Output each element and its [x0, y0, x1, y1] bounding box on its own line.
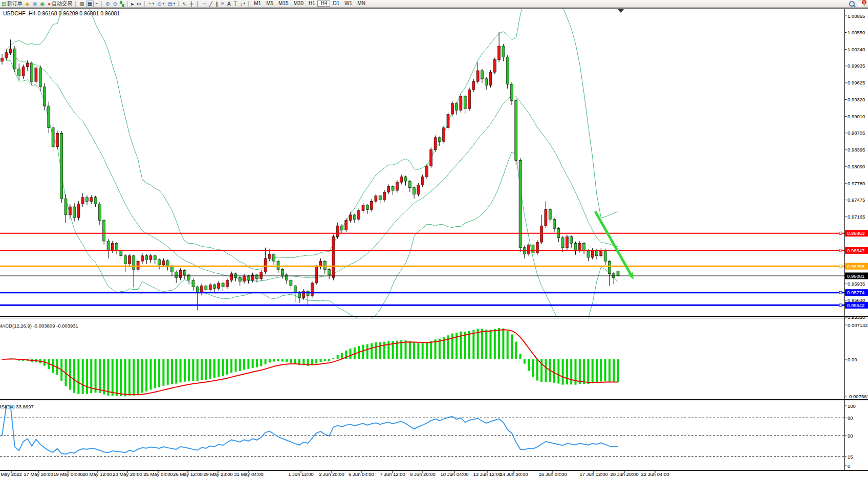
- candle: [81, 198, 84, 204]
- candle: [13, 49, 16, 69]
- zoom-in-icon[interactable]: ⊕: [104, 1, 111, 7]
- candle: [44, 87, 46, 106]
- new-order-button[interactable]: ⊞新订单: [0, 1, 24, 7]
- line-handle[interactable]: [839, 232, 842, 234]
- candle: [218, 283, 220, 289]
- timeframe-w1[interactable]: W1: [341, 1, 354, 7]
- toolbar-item-label: M1: [254, 1, 261, 7]
- timeframe-h4[interactable]: H4: [317, 1, 330, 7]
- candle: [379, 196, 381, 200]
- timeframe-m15[interactable]: M15: [275, 1, 290, 7]
- time-axis[interactable]: [0, 470, 868, 478]
- zoom-out-icon: ⊖: [113, 1, 117, 7]
- candle: [413, 188, 416, 194]
- tile-windows-icon[interactable]: ▚: [119, 1, 126, 7]
- candle: [77, 204, 80, 218]
- line-handle[interactable]: [839, 265, 842, 268]
- cursor-icon: ↖: [182, 1, 186, 7]
- macd-label: MACD(12,26,9) -0.003809 -0.003931: [0, 323, 78, 329]
- templates-icon: ▤: [167, 1, 172, 7]
- text-label-icon[interactable]: T: [232, 1, 238, 7]
- candle: [472, 81, 475, 90]
- line-handle[interactable]: [839, 304, 842, 307]
- candle: [341, 226, 343, 230]
- market-watch-icon[interactable]: ◆: [24, 1, 31, 7]
- arrows-dropdown-icon: ↓: [240, 1, 243, 7]
- timeframe-d1[interactable]: D1: [330, 1, 342, 7]
- candle: [408, 181, 411, 188]
- timeframe-m30[interactable]: M30: [290, 1, 305, 7]
- trendline-icon[interactable]: ╱: [208, 1, 214, 7]
- candle: [358, 210, 360, 219]
- candle: [460, 96, 462, 111]
- candle: [315, 267, 318, 283]
- timeframe-h1[interactable]: H1: [306, 1, 317, 7]
- candle: [511, 84, 513, 101]
- horizontal-line-icon[interactable]: ─: [201, 1, 208, 7]
- indicators-icon[interactable]: +▾: [147, 1, 156, 7]
- timeframe-m1[interactable]: M1: [251, 1, 263, 7]
- fibonacci-icon[interactable]: ≡: [220, 1, 226, 7]
- candle: [519, 161, 522, 248]
- chart-shift-icon[interactable]: ↦: [136, 1, 143, 7]
- candle: [52, 128, 54, 147]
- candle: [481, 71, 483, 79]
- candle: [60, 133, 63, 199]
- toolbar-item-label: M5: [266, 1, 273, 7]
- candle: [154, 256, 156, 259]
- candle: [421, 177, 424, 185]
- candlestick-chart-icon[interactable]: ▦: [86, 1, 94, 7]
- chart-shift-icon: ↦: [137, 1, 141, 7]
- toolbar-item-label: D1: [333, 1, 340, 7]
- autotrade-button[interactable]: ●自动交易: [46, 1, 74, 7]
- candle: [447, 114, 449, 128]
- text-icon[interactable]: A: [226, 1, 232, 7]
- candle: [9, 49, 12, 52]
- toolbar-item-label: 自动交易: [52, 0, 72, 7]
- text-icon: A: [227, 1, 231, 7]
- line-chart-icon[interactable]: ~: [94, 1, 100, 7]
- search-icon[interactable]: [849, 1, 855, 7]
- candle: [98, 204, 101, 221]
- candle: [179, 270, 182, 277]
- arrows-dropdown-icon[interactable]: ↓▾: [238, 1, 247, 7]
- candle: [434, 138, 437, 149]
- bars-chart-icon[interactable]: ▥: [78, 1, 85, 7]
- candle: [192, 280, 194, 287]
- candle: [90, 198, 93, 201]
- crosshair-icon[interactable]: ┼: [188, 1, 195, 7]
- profile-cloud-icon[interactable]: ▣: [31, 1, 38, 7]
- auto-scroll-icon[interactable]: ▸: [130, 1, 136, 7]
- equidistant-channel-icon[interactable]: ∥: [214, 1, 220, 7]
- candle: [149, 256, 152, 259]
- templates-icon[interactable]: ▤▾: [166, 1, 177, 7]
- candle: [107, 241, 110, 250]
- candle: [536, 242, 538, 253]
- signals-icon[interactable]: ◉: [39, 1, 47, 7]
- zoom-out-icon[interactable]: ⊖: [111, 1, 118, 7]
- timeframe-m5[interactable]: M5: [263, 1, 275, 7]
- toolbar-item-label: M15: [278, 1, 288, 7]
- candle: [111, 243, 114, 250]
- vertical-line-icon[interactable]: │: [195, 1, 201, 7]
- candle: [175, 272, 178, 278]
- toolbar-item-label: H4: [321, 1, 328, 6]
- market-watch-icon: ◆: [25, 1, 29, 7]
- candle: [604, 250, 606, 261]
- price-chart[interactable]: 1.008551.005501.002400.999350.996250.993…: [0, 0, 868, 478]
- candle: [35, 68, 37, 82]
- timeframe-mn[interactable]: MN: [354, 1, 367, 7]
- candle: [476, 71, 479, 81]
- line-handle[interactable]: [839, 249, 842, 252]
- notifications-icon[interactable]: 1: [858, 1, 865, 7]
- line-handle[interactable]: [839, 291, 842, 294]
- candle: [400, 177, 403, 182]
- price-axis[interactable]: [844, 9, 868, 470]
- candle: [608, 261, 611, 273]
- candle: [404, 177, 407, 181]
- candle: [162, 260, 165, 265]
- cursor-icon[interactable]: ↖: [181, 1, 188, 7]
- candle: [349, 215, 352, 221]
- periods-icon[interactable]: ⊙▾: [156, 1, 166, 7]
- candle: [570, 236, 573, 243]
